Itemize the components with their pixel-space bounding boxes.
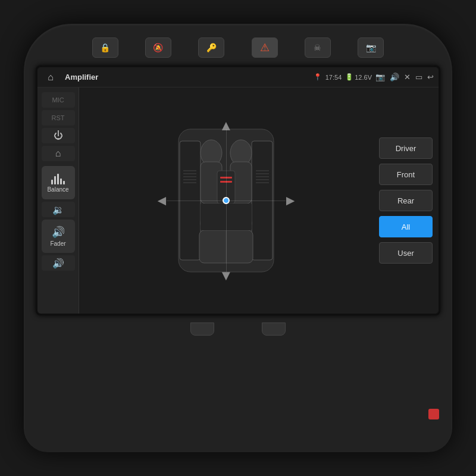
all-button[interactable]: All bbox=[379, 216, 433, 237]
top-button-bar: 🔒 🔕 🔑 ⚠ ☠ 📷 bbox=[67, 30, 409, 65]
balance-label: Balance bbox=[47, 186, 68, 193]
location-icon: 📍 bbox=[314, 73, 322, 81]
front-button[interactable]: Front bbox=[379, 164, 433, 185]
screen-title: Amplifier bbox=[65, 73, 98, 82]
home-sidebar-button[interactable]: ⌂ bbox=[42, 146, 75, 161]
car-unit: 🔒 🔕 🔑 ⚠ ☠ 📷 ⌂ Amplifier 📍 17:54 🔋 12.6V bbox=[24, 24, 452, 452]
mic-button[interactable]: MIC bbox=[42, 92, 75, 108]
location-status: 📍 bbox=[314, 73, 322, 81]
time-display: 17:54 bbox=[325, 74, 342, 81]
battery-display: 🔋 12.6V bbox=[345, 73, 372, 81]
status-icons: 📷 🔊 ✕ ▭ ↩ bbox=[375, 73, 434, 82]
rear-button[interactable]: Rear bbox=[379, 190, 433, 211]
clip-left bbox=[190, 322, 214, 336]
mute-icon[interactable]: 🔕 bbox=[145, 37, 171, 58]
clip-right bbox=[262, 322, 286, 336]
hazard-icon[interactable]: ⚠ bbox=[252, 37, 278, 58]
sidebar: MIC RST ⏻ ⌂ Balance bbox=[37, 87, 79, 314]
lock-icon[interactable]: 🔒 bbox=[92, 37, 118, 58]
minimize-status-icon[interactable]: ▭ bbox=[415, 73, 422, 82]
vol-up-button[interactable]: 🔊 bbox=[42, 255, 75, 271]
back-status-icon[interactable]: ↩ bbox=[427, 73, 434, 82]
main-content: MIC RST ⏻ ⌂ Balance bbox=[37, 87, 439, 314]
user-button[interactable]: User bbox=[379, 242, 433, 264]
camera-icon[interactable]: 📷 bbox=[358, 37, 384, 58]
battery-icon: 🔋 bbox=[345, 73, 353, 81]
car-visualization: ▲ ▼ ◄ ► bbox=[149, 111, 303, 290]
power-button[interactable]: ⏻ bbox=[42, 128, 75, 143]
rst-button[interactable]: RST bbox=[42, 110, 75, 126]
volume-status-icon[interactable]: 🔊 bbox=[390, 73, 399, 82]
skull-icon[interactable]: ☠ bbox=[305, 37, 331, 58]
driver-button[interactable]: Driver bbox=[379, 137, 433, 159]
status-bar: ⌂ Amplifier 📍 17:54 🔋 12.6V 📷 🔊 ✕ ▭ ↩ bbox=[37, 67, 439, 87]
camera-status-icon[interactable]: 📷 bbox=[375, 73, 385, 82]
vol-down-button[interactable]: 🔉 bbox=[42, 202, 75, 217]
bottom-clips bbox=[190, 322, 286, 336]
key-icon[interactable]: 🔑 bbox=[198, 37, 224, 58]
close-status-icon[interactable]: ✕ bbox=[404, 73, 411, 82]
right-panel: Driver Front Rear All User bbox=[373, 87, 439, 314]
screen: ⌂ Amplifier 📍 17:54 🔋 12.6V 📷 🔊 ✕ ▭ ↩ bbox=[37, 67, 439, 314]
eq-icon bbox=[51, 173, 65, 184]
speaker-icon: 🔊 bbox=[52, 226, 65, 239]
red-accent bbox=[428, 409, 439, 419]
home-icon[interactable]: ⌂ bbox=[42, 69, 59, 86]
center-area: ▲ ▼ ◄ ► bbox=[79, 87, 373, 314]
crosshair-dot[interactable] bbox=[223, 197, 230, 204]
fader-button[interactable]: 🔊 Fader bbox=[42, 220, 75, 253]
fader-label: Fader bbox=[50, 240, 65, 247]
balance-button[interactable]: Balance bbox=[42, 166, 75, 199]
screen-bezel: ⌂ Amplifier 📍 17:54 🔋 12.6V 📷 🔊 ✕ ▭ ↩ bbox=[36, 65, 440, 315]
